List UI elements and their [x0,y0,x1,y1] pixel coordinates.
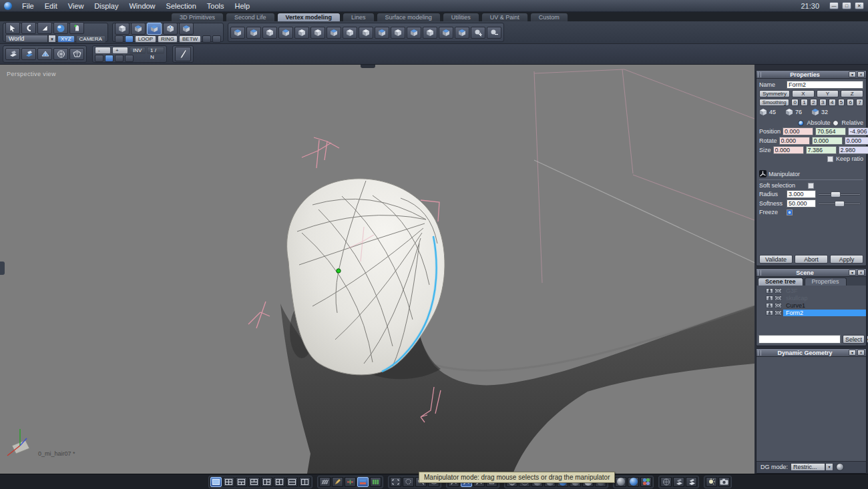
smoothing-button[interactable]: Smoothing [759,99,789,106]
smoothing-level-3[interactable]: 3 [819,99,827,106]
size-z-field[interactable] [839,146,868,154]
softness-field[interactable] [787,199,816,207]
menu-tools[interactable]: Tools [202,1,229,11]
properties-collapse-button[interactable]: ▾ [849,71,856,77]
world-dropdown-arrow-icon[interactable]: ▾ [48,35,56,43]
increase-smoothing-button[interactable]: + [112,47,128,54]
tool-triangulate[interactable] [455,27,469,39]
tab-scene-properties[interactable]: Properties [805,278,847,286]
scene-collapse-button[interactable]: ▾ [849,270,856,276]
tool-shell[interactable] [69,48,84,60]
show-cage-icon[interactable] [105,55,114,62]
lock-icon[interactable] [766,288,773,294]
menu-selection[interactable]: Selection [162,1,201,11]
eye-icon[interactable] [775,296,782,301]
dg-preview-sphere-button[interactable] [836,463,844,471]
tool-add-points[interactable] [471,27,485,39]
orbit-view-button[interactable] [403,477,414,487]
light-button[interactable] [706,477,717,487]
layout-vertical-halves-button[interactable] [299,477,310,487]
ghost-select-tool[interactable] [69,22,84,34]
tab-vertex-modeling[interactable]: Vertex modeling [277,13,341,21]
eye-icon[interactable] [775,288,782,294]
relative-radio[interactable] [833,120,839,126]
keep-ratio-checkbox[interactable] [827,156,833,162]
scene-item-g3f[interactable]: G3F [756,287,866,294]
soft-selection-checkbox[interactable] [808,183,814,189]
tab-scene-tree[interactable]: Scene tree [758,278,803,286]
name-field[interactable] [787,81,863,89]
camera-button[interactable]: CAMERA [76,35,105,43]
symmetry-y-button[interactable]: Y [817,90,839,97]
lock-icon[interactable] [766,296,773,301]
tool-sweep[interactable] [262,27,277,39]
selected-vertex[interactable] [337,269,341,273]
menu-window[interactable]: Window [124,1,160,11]
eye-icon[interactable] [775,310,782,316]
betw-button[interactable]: BETW [179,35,201,43]
dynamic-geometry-collapse-button[interactable]: ▾ [849,350,856,356]
radius-field[interactable] [787,190,816,198]
lock-icon[interactable] [766,303,773,308]
scene-filter-input[interactable] [758,335,841,344]
tab-second-life[interactable]: Second Life [226,13,275,21]
tool-tessellate[interactable] [294,27,309,39]
blue-shade-button[interactable] [628,477,639,487]
curve-edit-icon[interactable] [125,55,134,62]
backface-button[interactable] [615,477,626,487]
smoothing-level-6[interactable]: 6 [847,99,854,106]
tool-extrude-surface[interactable] [230,27,245,39]
abort-button[interactable]: Abort [795,255,828,264]
freehand-pen-tool[interactable] [175,47,191,61]
decrease-smoothing-button[interactable]: - [95,47,111,54]
rotate-select-tool[interactable] [21,22,36,34]
tool-extrude-faces[interactable] [246,27,261,39]
softness-slider[interactable] [818,203,861,205]
scene-panel-header[interactable]: Scene ▾ ✕ [756,269,866,277]
select-arrow-tool[interactable] [5,22,20,34]
tab-custom[interactable]: Custom [530,13,568,21]
loop-button[interactable]: LOOP [135,35,156,43]
radius-slider-thumb[interactable] [831,191,841,197]
world-space-dropdown[interactable]: World ▾ [5,35,56,43]
tool-tessellate-loop[interactable] [343,27,357,39]
tool-flatten[interactable] [5,48,20,60]
select-button[interactable]: Select [843,335,865,344]
layout-horizontal-halves-button[interactable] [286,477,298,487]
tool-decimate[interactable] [439,27,453,39]
validate-button[interactable]: Validate [759,255,793,264]
grid-display-button[interactable] [319,477,331,487]
one-over-n-button[interactable]: 1 / N [147,47,164,54]
smoothing-level-1[interactable]: 1 [801,99,808,106]
close-button[interactable]: ✕ [855,2,864,9]
viewport-splitter-handle[interactable] [361,65,375,68]
softness-slider-thumb[interactable] [835,201,845,207]
lasso-select-tool[interactable] [37,22,52,34]
position-z-field[interactable] [848,127,868,135]
symmetry-z-button[interactable]: Z [841,90,863,97]
tool-remove-points[interactable] [487,27,501,39]
smoothing-level-2[interactable]: 2 [810,99,817,106]
tab-3d-primitives[interactable]: 3D Primitives [171,13,224,21]
smoothing-level-7[interactable]: 7 [856,99,863,106]
tab-lines[interactable]: Lines [343,13,375,21]
lock-icon[interactable] [766,310,773,316]
eye-icon[interactable] [775,303,782,308]
menu-file[interactable]: File [17,1,39,11]
tool-subdivide[interactable] [37,48,52,60]
freeze-checkbox[interactable] [787,209,793,215]
smoothing-level-0[interactable]: 0 [791,99,799,106]
edge-mode-button[interactable] [131,23,146,35]
layout-single-button[interactable] [210,477,222,487]
position-y-field[interactable] [815,127,846,135]
swap-selection-icon[interactable] [212,35,221,43]
object-mode-button[interactable] [163,23,178,35]
pen-select-icon[interactable] [115,35,124,43]
properties-panel-header[interactable]: Properties ▾ ✕ [756,71,866,79]
size-y-field[interactable] [806,146,837,154]
auto-mode-button[interactable] [179,23,194,35]
fit-view-button[interactable] [390,477,401,487]
dynamic-geometry-close-button[interactable]: ✕ [857,350,865,356]
absolute-radio[interactable] [798,120,804,126]
wire-object-button[interactable] [660,477,672,487]
